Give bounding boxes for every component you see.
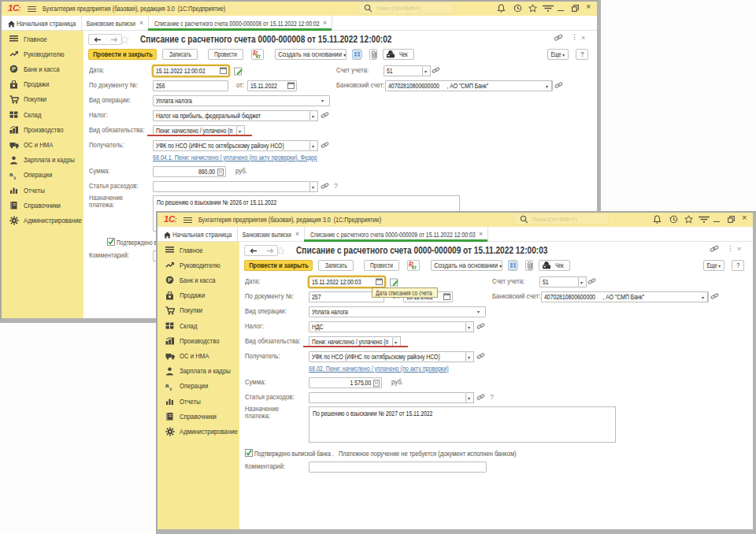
svg-text:к: к [14, 174, 17, 180]
svg-text:a: a [165, 382, 169, 389]
svg-text:к: к [170, 385, 172, 391]
svg-text:a: a [9, 171, 13, 178]
svg-text:P: P [12, 66, 16, 73]
svg-text:P: P [168, 277, 172, 284]
